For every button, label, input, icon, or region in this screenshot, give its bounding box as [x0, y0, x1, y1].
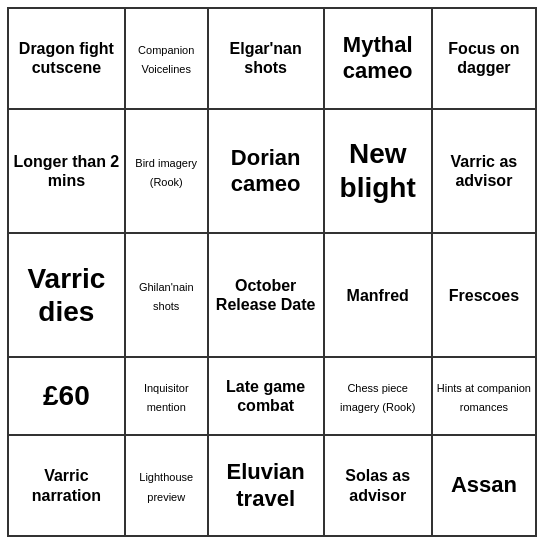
- cell-2-3: Manfred: [324, 233, 432, 357]
- cell-1-2: Dorian cameo: [208, 109, 324, 233]
- cell-0-4: Focus on dagger: [432, 8, 536, 109]
- cell-4-0: Varric narration: [8, 435, 125, 536]
- cell-4-2: Eluvian travel: [208, 435, 324, 536]
- bingo-board: Dragon fight cutsceneCompanion Voiceline…: [7, 7, 537, 537]
- cell-0-0: Dragon fight cutscene: [8, 8, 125, 109]
- cell-0-1: Companion Voicelines: [125, 8, 208, 109]
- cell-3-3: Chess piece imagery (Rook): [324, 357, 432, 435]
- cell-1-0: Longer than 2 mins: [8, 109, 125, 233]
- cell-2-2: October Release Date: [208, 233, 324, 357]
- cell-2-1: Ghilan'nain shots: [125, 233, 208, 357]
- cell-1-3: New blight: [324, 109, 432, 233]
- cell-1-1: Bird imagery (Rook): [125, 109, 208, 233]
- cell-0-3: Mythal cameo: [324, 8, 432, 109]
- cell-4-3: Solas as advisor: [324, 435, 432, 536]
- cell-3-2: Late game combat: [208, 357, 324, 435]
- cell-3-0: £60: [8, 357, 125, 435]
- cell-4-4: Assan: [432, 435, 536, 536]
- cell-3-1: Inquisitor mention: [125, 357, 208, 435]
- cell-2-0: Varric dies: [8, 233, 125, 357]
- cell-4-1: Lighthouse preview: [125, 435, 208, 536]
- cell-1-4: Varric as advisor: [432, 109, 536, 233]
- cell-2-4: Frescoes: [432, 233, 536, 357]
- cell-0-2: Elgar'nan shots: [208, 8, 324, 109]
- cell-3-4: Hints at companion romances: [432, 357, 536, 435]
